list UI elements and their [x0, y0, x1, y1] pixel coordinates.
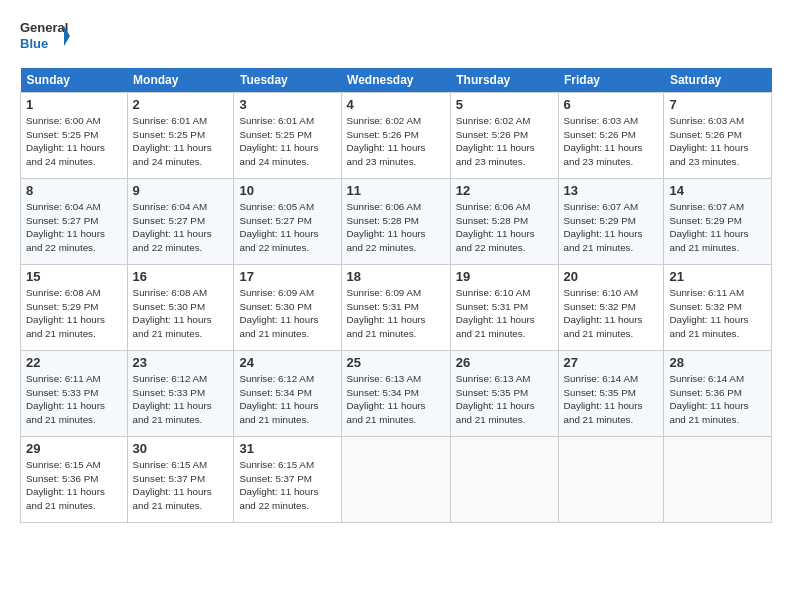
calendar-header-row: SundayMondayTuesdayWednesdayThursdayFrid…: [21, 68, 772, 93]
day-number: 21: [669, 269, 766, 284]
day-info: Sunrise: 6:02 AM Sunset: 5:26 PM Dayligh…: [347, 114, 445, 169]
day-number: 27: [564, 355, 659, 370]
day-number: 16: [133, 269, 229, 284]
calendar-table: SundayMondayTuesdayWednesdayThursdayFrid…: [20, 68, 772, 523]
col-header-friday: Friday: [558, 68, 664, 93]
day-number: 6: [564, 97, 659, 112]
col-header-saturday: Saturday: [664, 68, 772, 93]
calendar-cell: 4Sunrise: 6:02 AM Sunset: 5:26 PM Daylig…: [341, 93, 450, 179]
calendar-cell: 11Sunrise: 6:06 AM Sunset: 5:28 PM Dayli…: [341, 179, 450, 265]
svg-text:General: General: [20, 20, 68, 35]
day-info: Sunrise: 6:00 AM Sunset: 5:25 PM Dayligh…: [26, 114, 122, 169]
day-number: 19: [456, 269, 553, 284]
day-number: 26: [456, 355, 553, 370]
calendar-cell: 14Sunrise: 6:07 AM Sunset: 5:29 PM Dayli…: [664, 179, 772, 265]
calendar-cell: 12Sunrise: 6:06 AM Sunset: 5:28 PM Dayli…: [450, 179, 558, 265]
calendar-cell: 3Sunrise: 6:01 AM Sunset: 5:25 PM Daylig…: [234, 93, 341, 179]
calendar-cell: 15Sunrise: 6:08 AM Sunset: 5:29 PM Dayli…: [21, 265, 128, 351]
day-info: Sunrise: 6:15 AM Sunset: 5:37 PM Dayligh…: [239, 458, 335, 513]
day-info: Sunrise: 6:15 AM Sunset: 5:37 PM Dayligh…: [133, 458, 229, 513]
calendar-cell: [664, 437, 772, 523]
day-info: Sunrise: 6:01 AM Sunset: 5:25 PM Dayligh…: [239, 114, 335, 169]
day-info: Sunrise: 6:01 AM Sunset: 5:25 PM Dayligh…: [133, 114, 229, 169]
day-number: 22: [26, 355, 122, 370]
calendar-cell: 19Sunrise: 6:10 AM Sunset: 5:31 PM Dayli…: [450, 265, 558, 351]
day-number: 25: [347, 355, 445, 370]
day-number: 1: [26, 97, 122, 112]
day-number: 10: [239, 183, 335, 198]
day-number: 2: [133, 97, 229, 112]
day-info: Sunrise: 6:08 AM Sunset: 5:30 PM Dayligh…: [133, 286, 229, 341]
page: General Blue SundayMondayTuesdayWednesda…: [0, 0, 792, 612]
calendar-cell: 7Sunrise: 6:03 AM Sunset: 5:26 PM Daylig…: [664, 93, 772, 179]
svg-text:Blue: Blue: [20, 36, 48, 51]
day-info: Sunrise: 6:11 AM Sunset: 5:32 PM Dayligh…: [669, 286, 766, 341]
calendar-cell: 25Sunrise: 6:13 AM Sunset: 5:34 PM Dayli…: [341, 351, 450, 437]
calendar-cell: 6Sunrise: 6:03 AM Sunset: 5:26 PM Daylig…: [558, 93, 664, 179]
day-info: Sunrise: 6:07 AM Sunset: 5:29 PM Dayligh…: [669, 200, 766, 255]
day-number: 12: [456, 183, 553, 198]
day-info: Sunrise: 6:13 AM Sunset: 5:35 PM Dayligh…: [456, 372, 553, 427]
day-number: 29: [26, 441, 122, 456]
calendar-cell: 23Sunrise: 6:12 AM Sunset: 5:33 PM Dayli…: [127, 351, 234, 437]
calendar-cell: 30Sunrise: 6:15 AM Sunset: 5:37 PM Dayli…: [127, 437, 234, 523]
day-number: 5: [456, 97, 553, 112]
day-number: 15: [26, 269, 122, 284]
day-info: Sunrise: 6:02 AM Sunset: 5:26 PM Dayligh…: [456, 114, 553, 169]
day-info: Sunrise: 6:06 AM Sunset: 5:28 PM Dayligh…: [456, 200, 553, 255]
day-info: Sunrise: 6:13 AM Sunset: 5:34 PM Dayligh…: [347, 372, 445, 427]
col-header-sunday: Sunday: [21, 68, 128, 93]
day-info: Sunrise: 6:07 AM Sunset: 5:29 PM Dayligh…: [564, 200, 659, 255]
col-header-thursday: Thursday: [450, 68, 558, 93]
header: General Blue: [20, 16, 772, 56]
calendar-cell: [558, 437, 664, 523]
day-info: Sunrise: 6:04 AM Sunset: 5:27 PM Dayligh…: [26, 200, 122, 255]
day-info: Sunrise: 6:14 AM Sunset: 5:35 PM Dayligh…: [564, 372, 659, 427]
day-info: Sunrise: 6:10 AM Sunset: 5:32 PM Dayligh…: [564, 286, 659, 341]
day-info: Sunrise: 6:04 AM Sunset: 5:27 PM Dayligh…: [133, 200, 229, 255]
calendar-cell: [450, 437, 558, 523]
day-number: 18: [347, 269, 445, 284]
day-number: 23: [133, 355, 229, 370]
calendar-cell: [341, 437, 450, 523]
calendar-cell: 20Sunrise: 6:10 AM Sunset: 5:32 PM Dayli…: [558, 265, 664, 351]
calendar-cell: 5Sunrise: 6:02 AM Sunset: 5:26 PM Daylig…: [450, 93, 558, 179]
col-header-wednesday: Wednesday: [341, 68, 450, 93]
day-info: Sunrise: 6:10 AM Sunset: 5:31 PM Dayligh…: [456, 286, 553, 341]
day-number: 14: [669, 183, 766, 198]
day-number: 30: [133, 441, 229, 456]
calendar-cell: 17Sunrise: 6:09 AM Sunset: 5:30 PM Dayli…: [234, 265, 341, 351]
calendar-week-row: 1Sunrise: 6:00 AM Sunset: 5:25 PM Daylig…: [21, 93, 772, 179]
day-info: Sunrise: 6:11 AM Sunset: 5:33 PM Dayligh…: [26, 372, 122, 427]
day-info: Sunrise: 6:09 AM Sunset: 5:31 PM Dayligh…: [347, 286, 445, 341]
calendar-cell: 13Sunrise: 6:07 AM Sunset: 5:29 PM Dayli…: [558, 179, 664, 265]
day-info: Sunrise: 6:15 AM Sunset: 5:36 PM Dayligh…: [26, 458, 122, 513]
day-number: 20: [564, 269, 659, 284]
calendar-cell: 1Sunrise: 6:00 AM Sunset: 5:25 PM Daylig…: [21, 93, 128, 179]
day-info: Sunrise: 6:12 AM Sunset: 5:34 PM Dayligh…: [239, 372, 335, 427]
calendar-cell: 8Sunrise: 6:04 AM Sunset: 5:27 PM Daylig…: [21, 179, 128, 265]
logo: General Blue: [20, 16, 70, 56]
col-header-monday: Monday: [127, 68, 234, 93]
calendar-cell: 9Sunrise: 6:04 AM Sunset: 5:27 PM Daylig…: [127, 179, 234, 265]
day-info: Sunrise: 6:09 AM Sunset: 5:30 PM Dayligh…: [239, 286, 335, 341]
day-number: 3: [239, 97, 335, 112]
day-info: Sunrise: 6:03 AM Sunset: 5:26 PM Dayligh…: [669, 114, 766, 169]
calendar-week-row: 22Sunrise: 6:11 AM Sunset: 5:33 PM Dayli…: [21, 351, 772, 437]
day-info: Sunrise: 6:08 AM Sunset: 5:29 PM Dayligh…: [26, 286, 122, 341]
calendar-week-row: 8Sunrise: 6:04 AM Sunset: 5:27 PM Daylig…: [21, 179, 772, 265]
calendar-cell: 26Sunrise: 6:13 AM Sunset: 5:35 PM Dayli…: [450, 351, 558, 437]
day-info: Sunrise: 6:14 AM Sunset: 5:36 PM Dayligh…: [669, 372, 766, 427]
calendar-cell: 16Sunrise: 6:08 AM Sunset: 5:30 PM Dayli…: [127, 265, 234, 351]
day-number: 8: [26, 183, 122, 198]
calendar-cell: 10Sunrise: 6:05 AM Sunset: 5:27 PM Dayli…: [234, 179, 341, 265]
day-number: 24: [239, 355, 335, 370]
day-number: 7: [669, 97, 766, 112]
col-header-tuesday: Tuesday: [234, 68, 341, 93]
calendar-cell: 21Sunrise: 6:11 AM Sunset: 5:32 PM Dayli…: [664, 265, 772, 351]
calendar-cell: 29Sunrise: 6:15 AM Sunset: 5:36 PM Dayli…: [21, 437, 128, 523]
calendar-cell: 28Sunrise: 6:14 AM Sunset: 5:36 PM Dayli…: [664, 351, 772, 437]
day-number: 28: [669, 355, 766, 370]
day-number: 11: [347, 183, 445, 198]
calendar-week-row: 15Sunrise: 6:08 AM Sunset: 5:29 PM Dayli…: [21, 265, 772, 351]
